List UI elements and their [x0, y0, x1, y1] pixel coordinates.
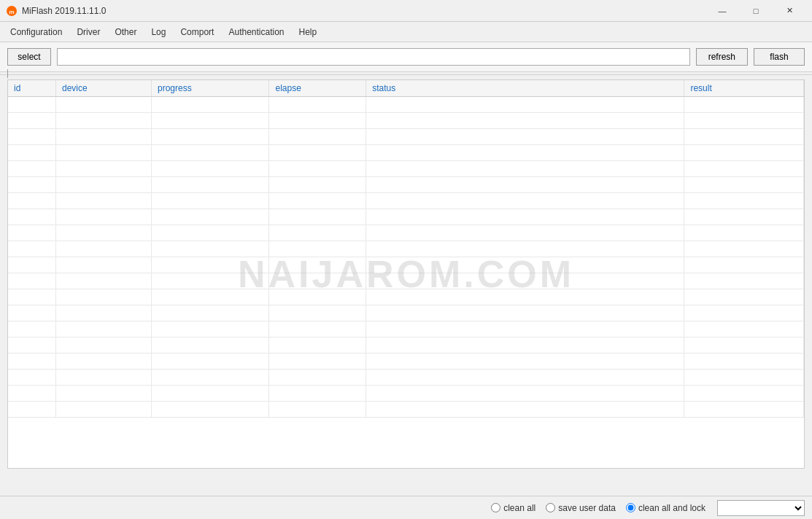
- table-row: [8, 337, 804, 354]
- table-row: [8, 305, 804, 321]
- table-row: [8, 257, 804, 273]
- table-row: [8, 289, 804, 305]
- device-table-container: id device progress elapse status result: [7, 79, 805, 469]
- select-button[interactable]: select: [7, 48, 51, 66]
- radio-clean-all[interactable]: [491, 503, 500, 512]
- table-header-row: id device progress elapse status result: [8, 80, 804, 97]
- table-row: [8, 370, 804, 386]
- table-row: [8, 129, 804, 145]
- window-controls: — □ ✕: [705, 0, 806, 22]
- table-row: [8, 273, 804, 289]
- radio-save-user-data-text: save user data: [558, 503, 616, 513]
- table-row: [8, 209, 804, 225]
- refresh-button[interactable]: refresh: [696, 48, 748, 66]
- radio-save-user-data-label[interactable]: save user data: [546, 503, 616, 513]
- radio-clean-all-text: clean all: [503, 503, 535, 513]
- device-table: id device progress elapse status result: [8, 80, 804, 418]
- col-progress: progress: [152, 80, 269, 97]
- toolbar-divider: [0, 72, 812, 75]
- menu-comport[interactable]: Comport: [173, 24, 221, 40]
- table-row: [8, 402, 804, 418]
- table-row: [8, 161, 804, 177]
- title-bar: m MiFlash 2019.11.11.0 — □ ✕: [0, 0, 812, 22]
- app-logo: m: [6, 5, 18, 17]
- table-row: [8, 386, 804, 402]
- svg-text:m: m: [9, 8, 14, 15]
- col-id: id: [8, 80, 56, 97]
- maximize-button[interactable]: □: [739, 0, 773, 22]
- flash-options: clean all save user data clean all and l…: [491, 503, 705, 513]
- minimize-button[interactable]: —: [705, 0, 739, 22]
- menu-bar: Configuration Driver Other Log Comport A…: [0, 22, 812, 42]
- menu-other[interactable]: Other: [107, 24, 144, 40]
- radio-save-user-data[interactable]: [546, 503, 555, 512]
- cursor-line: [7, 69, 8, 78]
- table-row: [8, 145, 804, 161]
- app-title: MiFlash 2019.11.11.0: [22, 6, 705, 16]
- radio-clean-all-lock-text: clean all and lock: [638, 503, 705, 513]
- menu-driver[interactable]: Driver: [69, 24, 107, 40]
- bottom-bar: clean all save user data clean all and l…: [0, 496, 812, 519]
- table-row: [8, 193, 804, 209]
- toolbar: select refresh flash: [0, 42, 812, 72]
- menu-log[interactable]: Log: [144, 24, 173, 40]
- menu-configuration[interactable]: Configuration: [3, 24, 69, 40]
- radio-clean-all-label[interactable]: clean all: [491, 503, 535, 513]
- radio-clean-all-lock[interactable]: [626, 503, 635, 512]
- table-row: [8, 97, 804, 113]
- radio-clean-all-lock-label[interactable]: clean all and lock: [626, 503, 705, 513]
- col-elapse: elapse: [269, 80, 366, 97]
- bottom-dropdown[interactable]: [717, 500, 805, 516]
- toolbar-actions: refresh flash: [696, 48, 805, 66]
- col-status: status: [366, 80, 684, 97]
- table-row: [8, 321, 804, 337]
- close-button[interactable]: ✕: [773, 0, 806, 22]
- table-row: [8, 354, 804, 370]
- menu-help[interactable]: Help: [292, 24, 325, 40]
- col-device: device: [56, 80, 152, 97]
- table-row: [8, 113, 804, 129]
- table-row: [8, 225, 804, 241]
- table-row: [8, 177, 804, 193]
- table-row: [8, 241, 804, 257]
- path-input[interactable]: [57, 48, 690, 66]
- flash-button[interactable]: flash: [754, 48, 805, 66]
- menu-authentication[interactable]: Authentication: [221, 24, 291, 40]
- col-result: result: [684, 80, 804, 97]
